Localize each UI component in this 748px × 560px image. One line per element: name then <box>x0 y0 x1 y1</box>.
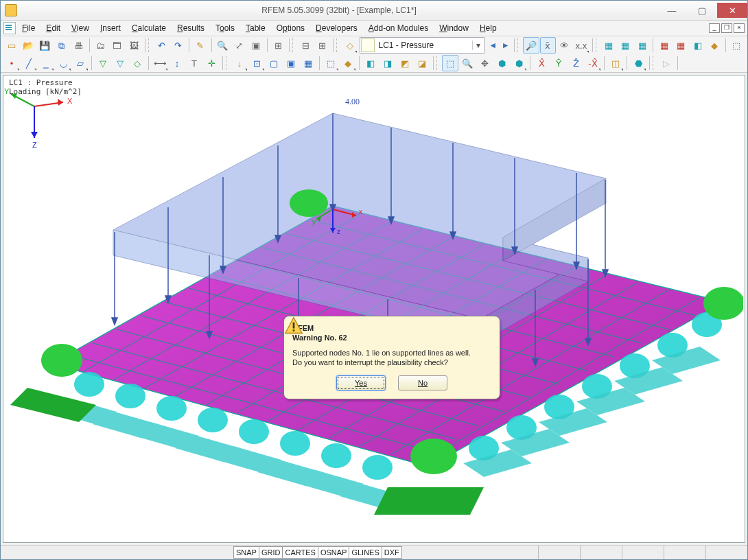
dialog-yes-button[interactable]: Yes <box>336 375 386 390</box>
menu-insert[interactable]: Insert <box>95 22 126 34</box>
undo-button[interactable]: ↶ <box>154 37 170 54</box>
zoom-button[interactable]: 🔍 <box>214 37 230 54</box>
status-grid[interactable]: GRID <box>259 546 283 559</box>
tile-button[interactable]: ⊞ <box>270 37 285 54</box>
anim-button[interactable]: ▷ <box>658 55 675 71</box>
status-snap[interactable]: SNAP <box>233 546 259 559</box>
mesh3-button[interactable]: ▦ <box>634 37 650 54</box>
dim2-button[interactable]: ↕ <box>169 55 185 71</box>
support3-button[interactable]: ◇ <box>129 55 145 71</box>
axis-nx-button[interactable]: -X̂ <box>585 55 601 71</box>
new-file-button[interactable]: ▭ <box>3 37 19 54</box>
copy-view-button[interactable]: 🗔 <box>109 37 125 54</box>
mdi-app-icon[interactable] <box>3 22 16 34</box>
save-button[interactable]: 💾 <box>37 37 53 54</box>
menu-results[interactable]: Results <box>172 22 209 34</box>
table2-button[interactable]: ⊞ <box>314 37 330 54</box>
support1-button[interactable]: ▽ <box>95 55 111 71</box>
menu-file[interactable]: File <box>17 22 40 34</box>
addon5-button[interactable]: ⬚ <box>729 37 745 54</box>
text-button[interactable]: T <box>186 55 202 71</box>
load4-button[interactable]: ▣ <box>283 55 299 71</box>
select-button[interactable]: ⬚ <box>442 55 458 71</box>
svg-marker-103 <box>374 487 484 515</box>
menu-calculate[interactable]: Calculate <box>127 22 171 34</box>
model-viewport[interactable]: LC1 : Pressure Loading [kN/m^2] <box>3 75 745 543</box>
axis-x-button[interactable]: X̂ <box>533 55 550 71</box>
menu-help[interactable]: Help <box>475 22 502 34</box>
status-osnap[interactable]: OSNAP <box>318 546 350 559</box>
mesh2-button[interactable]: ▦ <box>618 37 633 54</box>
close-button[interactable]: ✕ <box>717 3 747 18</box>
mdi-restore[interactable]: ❐ <box>721 23 732 33</box>
view-button[interactable]: ◫ <box>607 55 624 71</box>
full-screen-button[interactable]: ▣ <box>248 37 264 54</box>
status-dxf[interactable]: DXF <box>382 546 402 559</box>
status-cartes[interactable]: CARTES <box>282 546 318 559</box>
redo-button[interactable]: ↷ <box>170 37 186 54</box>
member-button[interactable]: ⎯ <box>38 55 54 71</box>
load-case-dropdown[interactable]: ▾ <box>472 40 484 50</box>
table-button[interactable]: ⊟ <box>298 37 314 54</box>
dim-button[interactable]: ⟷ <box>152 55 168 71</box>
mesh1-button[interactable]: ▦ <box>600 37 616 54</box>
load1-button[interactable]: ↓ <box>231 55 248 71</box>
load3-button[interactable]: ▢ <box>266 55 282 71</box>
print-button[interactable]: 🖶 <box>70 37 86 54</box>
menu-view[interactable]: View <box>67 22 94 34</box>
arc-button[interactable]: ◡ <box>55 55 71 71</box>
fe3-button[interactable]: ◩ <box>397 55 413 71</box>
load5-button[interactable]: ▦ <box>300 55 316 71</box>
svg-text:X: X <box>67 97 72 105</box>
menu-table[interactable]: Table <box>241 22 270 34</box>
axis-y-button[interactable]: Ŷ <box>550 55 567 71</box>
addon3-button[interactable]: ◧ <box>690 37 705 54</box>
support2-button[interactable]: ▽ <box>112 55 128 71</box>
menu-tools[interactable]: Tools <box>211 22 239 34</box>
lc-prev-button[interactable]: ◄ <box>487 38 498 53</box>
xxx-button[interactable]: x.x <box>573 37 589 54</box>
pan-button[interactable]: ✥ <box>476 55 493 71</box>
menu-options[interactable]: Options <box>272 22 309 34</box>
addon2-button[interactable]: ▦ <box>673 37 689 54</box>
show-loads-button[interactable]: 🔎 <box>523 37 539 54</box>
mdi-minimize[interactable]: _ <box>709 23 720 33</box>
mdi-close[interactable]: × <box>734 23 745 33</box>
zoomwin-button[interactable]: 🔍 <box>459 55 476 71</box>
show-results-button[interactable]: x̄ <box>540 37 556 54</box>
geom1-button[interactable]: ⬚ <box>323 55 339 71</box>
edit-button[interactable]: ✎ <box>192 37 208 54</box>
dialog-no-button[interactable]: No <box>398 375 447 390</box>
fe2-button[interactable]: ◨ <box>379 55 396 71</box>
menu-edit[interactable]: Edit <box>41 22 65 34</box>
geom2-button[interactable]: ◆ <box>340 55 356 71</box>
lc-next-button[interactable]: ► <box>500 38 511 53</box>
addon1-button[interactable]: ▦ <box>656 37 672 54</box>
maximize-button[interactable]: ▢ <box>687 3 717 18</box>
line-button[interactable]: ╱ <box>21 55 37 71</box>
menu-developers[interactable]: Developers <box>311 22 362 34</box>
fe1-button[interactable]: ◧ <box>362 55 379 71</box>
axes-button[interactable]: ✛ <box>203 55 220 71</box>
save-all-button[interactable]: ⧉ <box>54 37 69 54</box>
project-nav-button[interactable]: 🗂 <box>93 37 108 54</box>
addon4-button[interactable]: ◆ <box>706 37 722 54</box>
open-file-button[interactable]: 📂 <box>20 37 36 54</box>
lc-icon[interactable]: ◇ <box>342 37 358 54</box>
render-button[interactable]: ⬣ <box>630 55 646 71</box>
load-case-combo[interactable]: LC1 - Pressure ▾ <box>360 37 484 54</box>
menu-addon[interactable]: Add-on Modules <box>364 22 433 34</box>
minimize-button[interactable]: — <box>657 3 687 18</box>
iso2-button[interactable]: ⬢ <box>511 55 527 71</box>
menu-window[interactable]: Window <box>434 22 474 34</box>
fe4-button[interactable]: ◪ <box>414 55 430 71</box>
surface-button[interactable]: ▱ <box>72 55 89 71</box>
iso-button[interactable]: ⬢ <box>493 55 510 71</box>
screenshot-button[interactable]: 🖼 <box>126 37 141 54</box>
eye-button[interactable]: 👁 <box>557 37 572 54</box>
status-glines[interactable]: GLINES <box>349 546 382 559</box>
load2-button[interactable]: ⊡ <box>248 55 265 71</box>
axis-z-button[interactable]: Ẑ <box>568 55 584 71</box>
zoom-extent-button[interactable]: ⤢ <box>231 37 247 54</box>
node-button[interactable]: • <box>3 55 20 71</box>
